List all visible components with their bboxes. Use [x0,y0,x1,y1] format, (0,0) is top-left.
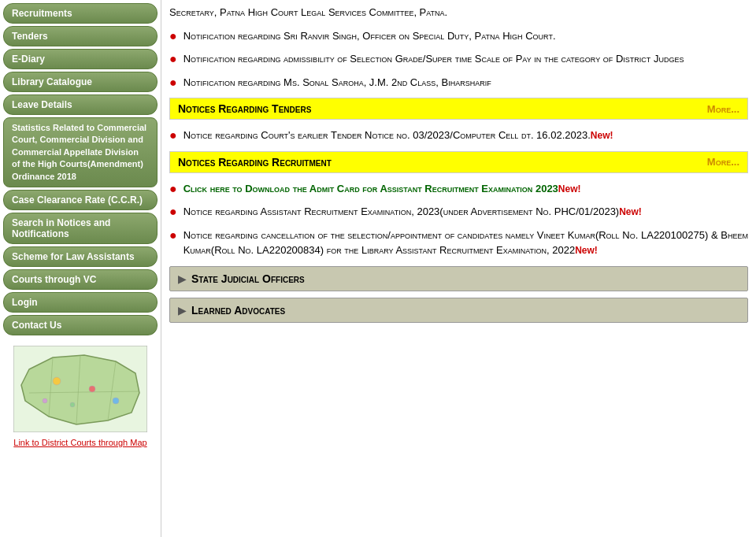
collapsible-section-learned-advocates[interactable]: ▶Learned Advocates [169,298,748,323]
svg-point-7 [89,386,95,392]
recruitment-item-rec1: ●Click here to Download the Admit Card f… [169,181,748,197]
svg-point-9 [70,402,75,407]
svg-point-6 [53,377,61,385]
bullet-icon: ● [169,182,177,196]
bullet-icon: ● [169,76,177,90]
collapsible-sections: ▶State Judicial Officers▶Learned Advocat… [169,266,748,323]
chevron-right-icon: ▶ [178,304,187,317]
recruitment-section-header: Notices Regarding Recruitment More... [169,151,748,173]
svg-point-10 [43,398,47,403]
tender-item-tender1: ●Notice regarding Court's earlier Tender… [169,128,748,143]
map-container: Link to District Courts through Map [3,343,158,450]
recruitment-text[interactable]: Notice regarding cancellation of the sel… [183,228,748,258]
bullet-icon: ● [169,52,177,66]
new-badge: New! [558,183,581,194]
sidebar-item-search-notices[interactable]: Search in Notices and Notifications [3,213,158,244]
notification-text: Notification regarding admissibility of … [183,51,684,67]
sidebar-item-courts-vc[interactable]: Courts through VC [3,269,158,290]
tenders-title: Notices Regarding Tenders [178,102,311,115]
main-content: Secretary, Patna High Court Legal Servic… [161,0,756,537]
collapsible-title: Learned Advocates [191,304,285,317]
new-badge: New! [575,245,598,256]
map-link[interactable]: Link to District Courts through Map [6,438,154,447]
recruitment-item-rec3: ●Notice regarding cancellation of the se… [169,228,748,258]
notifications-list: ●Notification regarding Sri Ranvir Singh… [169,28,748,91]
recruitment-title: Notices Regarding Recruitment [178,156,332,169]
new-badge: New! [591,130,613,141]
notification-item-notif2: ●Notification regarding admissibility of… [169,51,748,67]
bullet-icon: ● [169,128,177,143]
map-image [13,346,147,432]
chevron-right-icon: ▶ [178,272,187,285]
notification-item-notif1: ●Notification regarding Sri Ranvir Singh… [169,28,748,44]
recruitment-more-link[interactable]: More... [707,156,739,168]
tender-text[interactable]: Notice regarding Court's earlier Tender … [183,128,613,143]
sidebar-item-library-catalogue[interactable]: Library Catalogue [3,72,158,92]
bullet-icon: ● [169,228,177,243]
svg-point-8 [113,398,119,404]
recruitment-text[interactable]: Click here to Download the Admit Card fo… [183,181,581,197]
collapsible-section-state-judicial[interactable]: ▶State Judicial Officers [169,266,748,291]
collapsible-title: State Judicial Officers [191,272,305,285]
bullet-icon: ● [169,29,177,43]
top-notification: Secretary, Patna High Court Legal Servic… [169,5,748,20]
notification-text: Notification regarding Ms. Sonal Saroha,… [183,75,491,91]
tenders-more-link[interactable]: More... [707,103,739,115]
sidebar-item-statistics[interactable]: Statistics Related to Commercial Court, … [3,117,158,187]
sidebar: RecruitmentsTendersE-DiaryLibrary Catalo… [0,0,161,537]
sidebar-item-leave-details[interactable]: Leave Details [3,94,158,115]
notification-text: Notification regarding Sri Ranvir Singh,… [183,28,556,44]
bullet-icon: ● [169,205,177,219]
tenders-section-header: Notices Regarding Tenders More... [169,98,748,120]
sidebar-item-ccr[interactable]: Case Clearance Rate (C.C.R.) [3,190,158,210]
notification-item-notif3: ●Notification regarding Ms. Sonal Saroha… [169,75,748,91]
sidebar-item-login[interactable]: Login [3,292,158,313]
sidebar-item-tenders[interactable]: Tenders [3,26,158,46]
recruitment-item-rec2: ●Notice regarding Assistant Recruitment … [169,204,748,220]
sidebar-item-e-diary[interactable]: E-Diary [3,49,158,69]
sidebar-item-scheme-assistants[interactable]: Scheme for Law Assistants [3,246,158,267]
tenders-list: ●Notice regarding Court's earlier Tender… [169,128,748,143]
sidebar-item-recruitments[interactable]: Recruitments [3,3,158,24]
new-badge: New! [619,206,642,217]
sidebar-item-contact-us[interactable]: Contact Us [3,315,158,335]
recruitment-list: ●Click here to Download the Admit Card f… [169,181,748,258]
recruitment-text[interactable]: Notice regarding Assistant Recruitment E… [183,204,642,220]
